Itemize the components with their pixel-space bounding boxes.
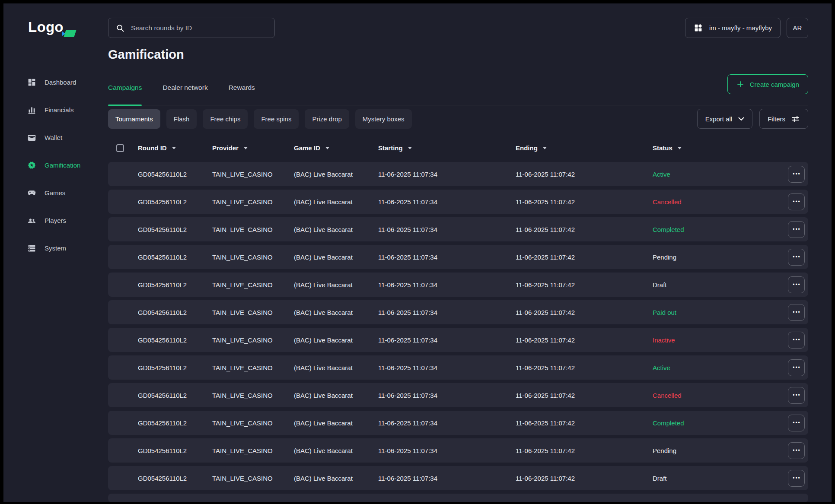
ellipsis-icon: ••• [793,282,801,288]
column-header-starting[interactable]: Starting [378,144,516,152]
table-toolbar-right: Export all Filters [697,109,808,129]
chip-flash[interactable]: Flash [166,109,197,129]
row-actions-button[interactable]: ••• [788,304,805,321]
cell-round-id: GD054256110L2 [138,198,212,206]
cell-game-id: (BAC) Live Baccarat [294,198,378,206]
ellipsis-icon: ••• [793,475,801,481]
cell-round-id: GD054256110L2 [138,281,212,288]
cell-round-id: GD054256110L2 [138,226,212,233]
chip-prize-drop[interactable]: Prize drop [305,109,349,129]
cell-starting: 11-06-2025 11:07:34 [378,447,516,454]
sort-chevron-icon [408,147,412,149]
cell-status: Active [653,364,784,371]
sidebar-item-players[interactable]: Players [3,206,90,234]
sidebar-item-label: Wallet [45,134,62,141]
table-row: GD054256110L2 TAIN_LIVE_CASINO (BAC) Liv… [108,217,808,241]
row-actions-button[interactable]: ••• [788,193,805,210]
cell-round-id: GD054256110L2 [138,309,212,316]
select-all-cell [116,144,138,152]
sidebar-item-label: Games [45,189,65,197]
cell-game-id: (BAC) Live Baccarat [294,419,378,427]
cell-ending: 11-06-2025 11:07:42 [516,309,653,316]
row-actions-button[interactable]: ••• [788,166,805,183]
table-row: GD054256110L2 TAIN_LIVE_CASINO (BAC) Liv… [108,355,808,380]
row-actions-button[interactable]: ••• [788,442,805,459]
column-header-round-id[interactable]: Round ID [138,144,212,152]
cell-game-id: (BAC) Live Baccarat [294,226,378,233]
sort-chevron-icon [325,147,329,149]
sidebar-item-dashboard[interactable]: Dashboard [3,68,90,96]
column-header-ending[interactable]: Ending [516,144,653,152]
chip-tournaments[interactable]: Tournaments [108,109,160,129]
row-actions-button[interactable]: ••• [788,276,805,293]
workspace-switcher-button[interactable]: im - mayfly - mayflyby [685,18,781,38]
cell-ending: 11-06-2025 11:07:42 [516,281,653,288]
cell-game-id: (BAC) Live Baccarat [294,475,378,482]
cell-status: Cancelled [653,198,784,206]
cell-game-id: (BAC) Live Baccarat [294,364,378,371]
tab-dealer-network[interactable]: Dealer network [163,63,207,105]
search-icon [116,24,124,32]
column-header-provider[interactable]: Provider [212,144,294,152]
sidebar: Logo Dashboard Financials Wallet Gamific… [3,3,90,502]
sidebar-item-financials[interactable]: Financials [3,96,90,124]
tabs: Campaigns Dealer network Rewards [108,63,808,105]
chevron-down-icon [738,117,744,121]
cell-actions: ••• [788,193,805,210]
table-row: GD054256110L2 TAIN_LIVE_CASINO (BAC) Liv… [108,328,808,352]
gamification-badge-icon [27,161,36,170]
cell-round-id: GD054256110L2 [138,364,212,371]
sidebar-item-label: Financials [45,106,74,114]
tab-campaigns[interactable]: Campaigns [108,63,142,105]
row-actions-button[interactable]: ••• [788,415,805,431]
cell-actions: ••• [788,332,805,349]
filters-button[interactable]: Filters [759,109,808,129]
logo[interactable]: Logo [3,19,90,39]
cell-round-id: GD054256110L2 [138,419,212,427]
logo-icon [58,30,75,39]
row-actions-button[interactable]: ••• [788,359,805,376]
bar-chart-icon [27,105,36,114]
select-all-checkbox[interactable] [116,144,124,152]
sidebar-item-gamification[interactable]: Gamification [3,151,90,179]
sidebar-item-games[interactable]: Games [3,179,90,206]
sidebar-item-wallet[interactable]: Wallet [3,124,90,151]
column-header-game-id[interactable]: Game ID [294,144,378,152]
row-actions-button[interactable]: ••• [788,332,805,349]
cell-actions: ••• [788,415,805,431]
create-campaign-button[interactable]: Create campaign [727,74,808,94]
cell-game-id: (BAC) Live Baccarat [294,281,378,288]
main-content: im - mayfly - mayflyby AR Gamification C… [90,3,832,502]
chip-free-chips[interactable]: Free chips [203,109,248,129]
search-input[interactable] [131,24,267,32]
cell-starting: 11-06-2025 11:07:34 [378,392,516,399]
row-actions-button[interactable]: ••• [788,387,805,404]
column-header-status[interactable]: Status [653,144,784,152]
workspace-label: im - mayfly - mayflyby [709,24,772,32]
chip-mystery-boxes[interactable]: Mystery boxes [355,109,412,129]
row-actions-button[interactable]: ••• [788,221,805,238]
gamepad-icon [27,188,36,197]
row-actions-button[interactable]: ••• [788,470,805,487]
table-row: GD054256110L2 TAIN_LIVE_CASINO (BAC) Liv… [108,190,808,214]
players-icon [27,216,36,225]
cell-actions: ••• [788,442,805,459]
avatar[interactable]: AR [787,18,808,38]
cell-provider: TAIN_LIVE_CASINO [212,198,294,206]
cell-actions: ••• [788,249,805,266]
tab-rewards[interactable]: Rewards [229,63,255,105]
cell-provider: TAIN_LIVE_CASINO [212,171,294,178]
cell-provider: TAIN_LIVE_CASINO [212,281,294,288]
dashboard-icon [27,78,36,87]
cell-status: Completed [653,419,784,427]
sort-chevron-icon [172,147,176,149]
export-all-button[interactable]: Export all [697,109,753,129]
sidebar-item-system[interactable]: System [3,234,90,262]
row-actions-button[interactable]: ••• [788,249,805,266]
ellipsis-icon: ••• [793,226,801,232]
ellipsis-icon: ••• [793,254,801,260]
table-row: GD054256110L2 TAIN_LIVE_CASINO (BAC) Liv… [108,162,808,186]
chip-free-spins[interactable]: Free spins [254,109,299,129]
sidebar-item-label: System [45,244,66,252]
topbar: im - mayfly - mayflyby AR [108,18,808,38]
